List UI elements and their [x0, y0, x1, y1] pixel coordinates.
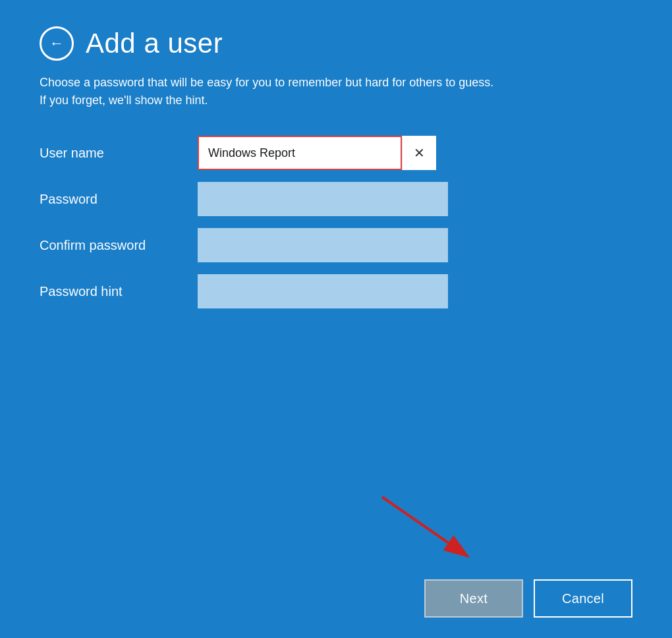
username-row: User name ✕: [40, 136, 632, 170]
password-hint-label: Password hint: [40, 284, 198, 299]
bottom-buttons-area: Next Cancel: [0, 559, 672, 638]
form-section: User name ✕ Password Confirm password: [40, 136, 632, 320]
next-button[interactable]: Next: [424, 579, 523, 618]
password-input-wrapper: [198, 182, 448, 216]
page-subtitle: Choose a password that will be easy for …: [40, 74, 580, 109]
confirm-password-row: Confirm password: [40, 228, 632, 262]
password-hint-input[interactable]: [198, 274, 448, 308]
password-row: Password: [40, 182, 632, 216]
username-label: User name: [40, 146, 198, 161]
back-button[interactable]: ←: [40, 26, 74, 61]
back-arrow-icon: ←: [49, 36, 64, 51]
page-title: Add a user: [86, 28, 223, 59]
page-container: ← Add a user Choose a password that will…: [0, 0, 672, 638]
confirm-password-input[interactable]: [198, 228, 448, 262]
password-input[interactable]: [198, 182, 448, 216]
username-input[interactable]: [198, 136, 402, 170]
username-input-wrapper: ✕: [198, 136, 436, 170]
password-label: Password: [40, 192, 198, 207]
clear-icon: ✕: [414, 145, 425, 161]
header: ← Add a user: [40, 26, 632, 61]
username-clear-button[interactable]: ✕: [402, 136, 436, 170]
confirm-password-label: Confirm password: [40, 238, 198, 253]
cancel-button[interactable]: Cancel: [534, 579, 632, 618]
password-hint-row: Password hint: [40, 274, 632, 308]
confirm-password-input-wrapper: [198, 228, 448, 262]
password-hint-input-wrapper: [198, 274, 448, 308]
